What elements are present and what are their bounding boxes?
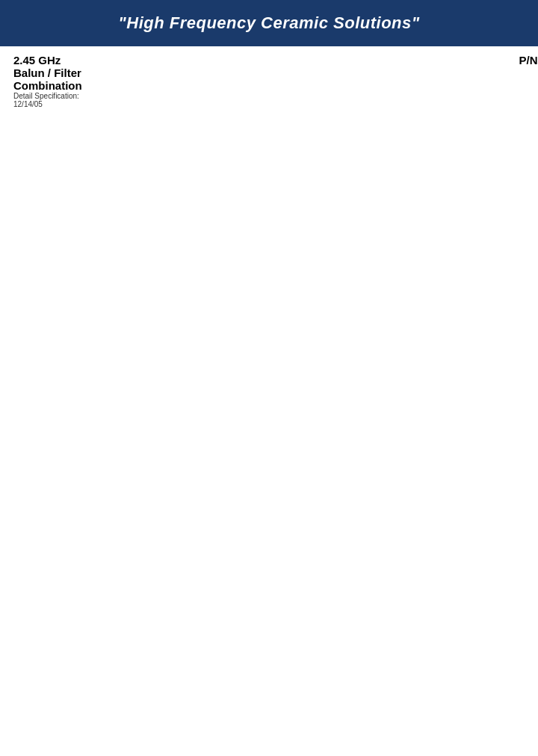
product-title: 2.45 GHz Balun / Filter Combination [13,54,82,92]
header-title: "High Frequency Ceramic Solutions" [118,13,419,32]
title-left: 2.45 GHz Balun / Filter Combination Deta… [13,54,82,108]
page-number: Page 1 of 2 [82,66,538,756]
page-header: "High Frequency Ceramic Solutions" [0,0,538,46]
detail-spec: Detail Specification: 12/14/05 [13,92,82,108]
part-number-title: P/N 2450FB15A050 [82,54,538,66]
title-right: P/N 2450FB15A050 Page 1 of 2 [82,54,538,756]
title-bar: 2.45 GHz Balun / Filter Combination Deta… [0,46,538,756]
